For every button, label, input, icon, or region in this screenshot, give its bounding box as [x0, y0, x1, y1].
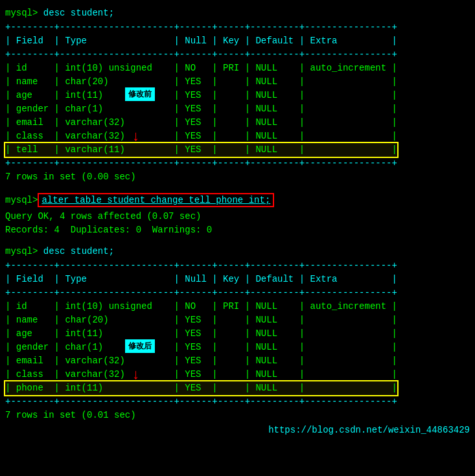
spacer-1	[5, 184, 470, 190]
prompt-3: mysql>	[5, 246, 38, 256]
table1-result: 7 rows in set (0.00 sec)	[5, 170, 470, 184]
section-before: mysql> desc student; +--------+---------…	[5, 8, 470, 184]
table1-border-mid: +--------+---------------------+------+-…	[5, 48, 470, 62]
table2-row-6: | phone | int(11) | YES | | NULL | |	[5, 381, 397, 395]
terminal-window: mysql> desc student; +--------+---------…	[5, 8, 470, 435]
table2-row-3-container: | gender | char(1) | YES | | NULL | | 修改…	[5, 341, 470, 354]
arrow-before: ↓	[132, 129, 140, 145]
table1-header: | Field | Type | Null | Key | Default | …	[5, 34, 470, 48]
table1-row-5: | class | varchar(32) | YES | | NULL | |	[5, 130, 470, 143]
alter-command-box: alter table student change tell phone in…	[38, 193, 274, 207]
table2-border-top: +--------+---------------------+------+-…	[5, 259, 470, 273]
table1-border-top: +--------+---------------------+------+-…	[5, 21, 470, 34]
table1-row-2-container: | age | int(11) | YES | | NULL | | 修改前	[5, 89, 470, 102]
table2-rows: | id | int(10) unsigned | NO | PRI | NUL…	[5, 300, 470, 395]
table1-row-4: | email | varchar(32) | YES | | NULL | |	[5, 116, 470, 130]
table1-row-0: | id | int(10) unsigned | NO | PRI | NUL…	[5, 62, 470, 75]
result2-line2: Records: 4 Duplicates: 0 Warnings: 0	[5, 223, 470, 237]
table1-row-1: | name | char(20) | YES | | NULL | |	[5, 75, 470, 89]
table2-header: | Field | Type | Null | Key | Default | …	[5, 273, 470, 286]
result2-line1: Query OK, 4 rows affected (0.07 sec)	[5, 210, 470, 223]
table1-row-2: | age | int(11) | YES | | NULL | |	[5, 89, 470, 102]
table2-result: 7 rows in set (0.01 sec)	[5, 409, 470, 422]
annotation-before: 修改前	[125, 87, 155, 101]
table2-row-3: | gender | char(1) | YES | | NULL | |	[5, 341, 470, 354]
table1-row-3: | gender | char(1) | YES | | NULL | |	[5, 102, 470, 116]
prompt-line-3: mysql> desc student;	[5, 246, 470, 256]
table1-border-bot: +--------+---------------------+------+-…	[5, 157, 470, 170]
table1-row-6-container: | tell | varchar(11) | YES | | NULL | | …	[5, 143, 470, 157]
prompt-2: mysql>	[5, 195, 38, 205]
prompt-line-1: mysql> desc student;	[5, 8, 470, 18]
table2-border-mid: +--------+---------------------+------+-…	[5, 286, 470, 300]
watermark-container: https://blog.csdn.net/weixin_44863429	[5, 425, 470, 435]
table2-row-5: | class | varchar(32) | YES | | NULL | |	[5, 368, 470, 381]
table2-row-2: | age | int(11) | YES | | NULL | |	[5, 327, 470, 341]
arrow-after: ↓	[132, 367, 140, 383]
table2-row-1: | name | char(20) | YES | | NULL | |	[5, 313, 470, 327]
section-after: mysql> desc student; +--------+---------…	[5, 246, 470, 422]
table1-row-6: | tell | varchar(11) | YES | | NULL | |	[5, 143, 397, 157]
table2-row-4: | email | varchar(32) | YES | | NULL | |	[5, 354, 470, 368]
annotation-after: 修改后	[125, 339, 155, 353]
table2-border-bot: +--------+---------------------+------+-…	[5, 395, 470, 409]
command-3: desc student;	[38, 246, 114, 256]
watermark: https://blog.csdn.net/weixin_44863429	[268, 425, 470, 435]
prompt-1: mysql>	[5, 8, 38, 18]
spacer-2	[5, 237, 470, 244]
prompt-line-2: mysql> alter table student change tell p…	[5, 193, 470, 207]
command-1: desc student;	[38, 8, 114, 18]
table-1: +--------+---------------------+------+-…	[5, 21, 470, 184]
table2-row-6-container: | phone | int(11) | YES | | NULL | | ↓	[5, 381, 470, 395]
table-2: +--------+---------------------+------+-…	[5, 259, 470, 422]
table2-row-0: | id | int(10) unsigned | NO | PRI | NUL…	[5, 300, 470, 313]
table1-rows: | id | int(10) unsigned | NO | PRI | NUL…	[5, 62, 470, 157]
